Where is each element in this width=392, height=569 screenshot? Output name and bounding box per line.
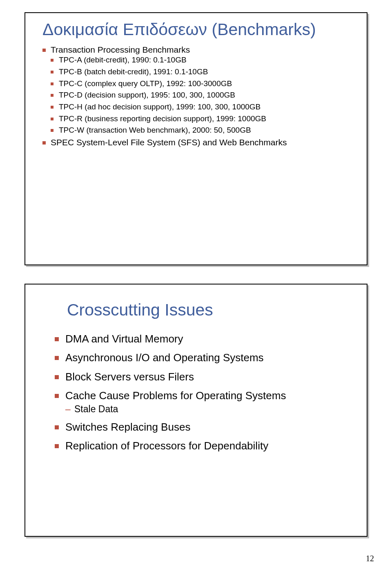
sub-item: Stale Data <box>65 403 354 416</box>
item-text: Transaction Processing Benchmarks <box>51 45 190 54</box>
bullet-list: Transaction Processing Benchmarks TPC-A … <box>42 44 358 148</box>
bullet-list: DMA and Virtual Memory Asynchronous I/O … <box>55 331 354 453</box>
list-item: SPEC System-Level File System (SFS) and … <box>42 137 358 148</box>
list-item: Replication of Processors for Dependabil… <box>55 438 354 453</box>
sub-item: TPC-A (debit-credit), 1990: 0.1-10GB <box>51 55 358 65</box>
sub-item: TPC-C (complex query OLTP), 1992: 100-30… <box>51 79 358 89</box>
list-item: Cache Cause Problems for Operating Syste… <box>55 388 354 415</box>
page-number: 12 <box>366 554 374 563</box>
slide-title: Crosscutting Issues <box>55 301 354 319</box>
sub-list: TPC-A (debit-credit), 1990: 0.1-10GB TPC… <box>51 55 358 136</box>
slide-crosscutting: Crosscutting Issues DMA and Virtual Memo… <box>24 284 368 537</box>
list-item: DMA and Virtual Memory <box>55 331 354 346</box>
sub-list: Stale Data <box>65 403 354 416</box>
sub-item: TPC-D (decision support), 1995: 100, 300… <box>51 90 358 100</box>
list-item: Asynchronous I/O and Operating Systems <box>55 350 354 365</box>
list-item: Transaction Processing Benchmarks TPC-A … <box>42 44 358 136</box>
slide-title: Δοκιμασία Επιδόσεων (Benchmarks) <box>42 20 358 39</box>
sub-item: TPC-H (ad hoc decision support), 1999: 1… <box>51 102 358 112</box>
slide-benchmarks: Δοκιμασία Επιδόσεων (Benchmarks) Transac… <box>24 12 368 265</box>
list-item: Block Servers versus Filers <box>55 369 354 384</box>
sub-item: TPC-B (batch debit-credit), 1991: 0.1-10… <box>51 67 358 77</box>
sub-item: TPC-R (business reporting decision suppo… <box>51 114 358 124</box>
sub-item: TPC-W (transaction Web benchmark), 2000:… <box>51 125 358 136</box>
list-item: Switches Replacing Buses <box>55 420 354 434</box>
item-text: Cache Cause Problems for Operating Syste… <box>65 389 286 402</box>
